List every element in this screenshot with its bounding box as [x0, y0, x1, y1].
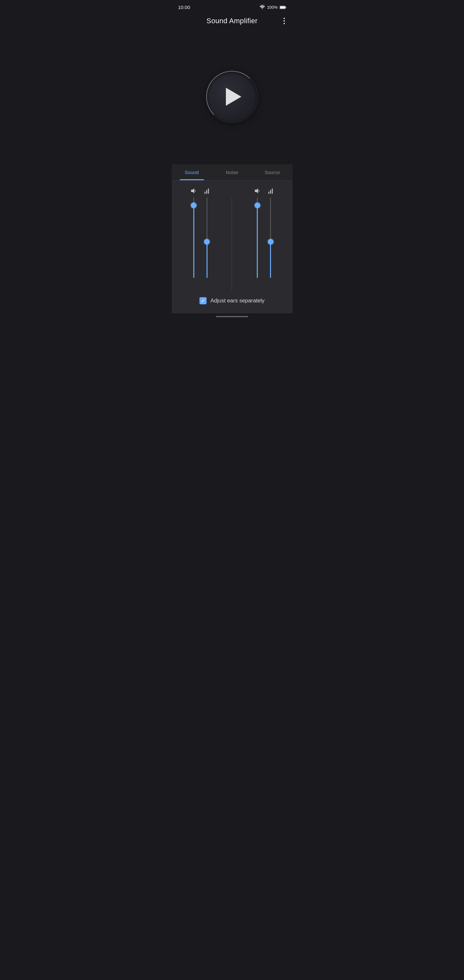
right-volume-column: [254, 187, 261, 278]
svg-rect-7: [208, 189, 209, 194]
left-tune-icon: [203, 187, 210, 195]
tab-noise[interactable]: Noise: [212, 164, 252, 180]
left-tune-column: [203, 187, 210, 278]
left-ear-controls: [190, 187, 210, 278]
left-volume-slider[interactable]: [191, 197, 197, 278]
right-tune-slider[interactable]: [267, 197, 274, 278]
status-time: 10:00: [178, 5, 191, 10]
ear-separator: [232, 197, 232, 291]
left-volume-thumb[interactable]: [191, 202, 197, 208]
dot: [284, 18, 285, 19]
svg-rect-3: [285, 7, 286, 8]
adjust-ears-checkbox[interactable]: ✓: [199, 297, 207, 304]
svg-rect-5: [205, 192, 206, 194]
svg-marker-8: [255, 188, 258, 193]
right-volume-thumb[interactable]: [254, 202, 261, 208]
wifi-icon: [259, 5, 265, 10]
adjust-ears-separately-row[interactable]: ✓ Adjust ears separately: [177, 291, 288, 308]
tab-sound[interactable]: Sound: [172, 164, 212, 180]
right-tune-thumb[interactable]: [268, 239, 273, 245]
left-volume-icon: [190, 187, 197, 195]
right-volume-slider[interactable]: [254, 197, 261, 278]
status-icons: 100%: [259, 5, 286, 10]
app-bar: Sound Amplifier: [172, 13, 292, 29]
svg-point-0: [262, 8, 262, 9]
play-button[interactable]: [206, 71, 258, 123]
right-volume-icon: [254, 187, 261, 195]
right-ear-controls: [254, 187, 274, 278]
left-tune-thumb[interactable]: [204, 239, 210, 245]
left-volume-fill: [193, 205, 194, 278]
left-volume-column: [190, 187, 197, 278]
svg-rect-6: [206, 190, 207, 194]
right-tune-fill: [270, 242, 271, 278]
svg-rect-9: [269, 192, 269, 194]
play-icon: [226, 88, 242, 106]
status-bar: 10:00 100%: [172, 0, 292, 13]
app-title: Sound Amplifier: [207, 17, 258, 25]
checkmark-icon: ✓: [201, 299, 205, 303]
bottom-indicator: [172, 313, 292, 321]
tabs-container: Sound Noise Source: [172, 164, 292, 181]
svg-marker-4: [191, 188, 194, 193]
more-menu-button[interactable]: [281, 16, 288, 25]
svg-rect-10: [270, 190, 271, 194]
right-volume-fill: [257, 205, 258, 278]
controls-panel: ✓ Adjust ears separately: [172, 181, 292, 313]
right-tune-icon: [267, 187, 274, 195]
adjust-ears-label: Adjust ears separately: [210, 298, 265, 304]
dot: [284, 23, 285, 24]
left-tune-slider[interactable]: [203, 197, 210, 278]
svg-rect-11: [272, 189, 273, 194]
battery-percentage: 100%: [267, 5, 278, 10]
right-tune-column: [267, 187, 274, 278]
svg-rect-2: [280, 6, 285, 8]
battery-text: 100%: [267, 5, 286, 10]
tab-source[interactable]: Source: [252, 164, 292, 180]
play-area: [172, 29, 292, 164]
bottom-bar: [216, 316, 248, 317]
dot: [284, 20, 285, 22]
left-tune-fill: [207, 242, 208, 278]
